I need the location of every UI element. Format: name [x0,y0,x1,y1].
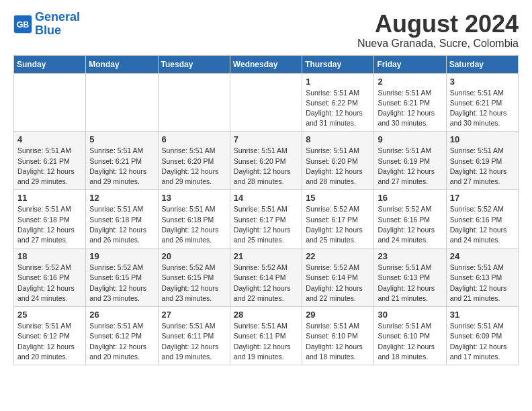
day-info: Sunrise: 5:51 AMSunset: 6:19 PMDaylight:… [450,146,515,187]
calendar-header: SundayMondayTuesdayWednesdayThursdayFrid… [14,55,519,73]
day-number: 28 [234,310,298,320]
calendar-cell: 15Sunrise: 5:52 AMSunset: 6:17 PMDayligh… [302,190,374,248]
calendar-cell: 23Sunrise: 5:51 AMSunset: 6:13 PMDayligh… [374,248,446,307]
calendar-week-row: 4Sunrise: 5:51 AMSunset: 6:21 PMDaylight… [14,132,519,190]
calendar-week-row: 25Sunrise: 5:51 AMSunset: 6:12 PMDayligh… [14,307,519,365]
calendar-week-row: 18Sunrise: 5:52 AMSunset: 6:16 PMDayligh… [14,248,519,307]
day-info: Sunrise: 5:51 AMSunset: 6:12 PMDaylight:… [89,321,154,362]
weekday-header-wednesday: Wednesday [230,55,302,73]
weekday-header-saturday: Saturday [446,55,518,73]
weekday-header-tuesday: Tuesday [158,55,230,73]
day-number: 15 [306,193,370,203]
weekday-header-row: SundayMondayTuesdayWednesdayThursdayFrid… [14,55,519,73]
logo: GB General Blue [13,11,80,38]
day-number: 24 [450,251,515,261]
day-info: Sunrise: 5:51 AMSunset: 6:11 PMDaylight:… [234,321,298,362]
day-info: Sunrise: 5:51 AMSunset: 6:21 PMDaylight:… [450,88,515,129]
weekday-header-sunday: Sunday [14,55,86,73]
day-number: 6 [162,134,226,144]
calendar-table: SundayMondayTuesdayWednesdayThursdayFrid… [13,55,519,365]
calendar-cell: 25Sunrise: 5:51 AMSunset: 6:12 PMDayligh… [14,307,86,365]
calendar-cell: 29Sunrise: 5:51 AMSunset: 6:10 PMDayligh… [302,307,374,365]
calendar-cell: 21Sunrise: 5:52 AMSunset: 6:14 PMDayligh… [230,248,302,307]
calendar-week-row: 1Sunrise: 5:51 AMSunset: 6:22 PMDaylight… [14,73,519,132]
calendar-cell: 3Sunrise: 5:51 AMSunset: 6:21 PMDaylight… [446,73,518,132]
day-number: 3 [450,77,515,87]
calendar-cell: 18Sunrise: 5:52 AMSunset: 6:16 PMDayligh… [14,248,86,307]
calendar-cell: 7Sunrise: 5:51 AMSunset: 6:20 PMDaylight… [230,132,302,190]
calendar-cell: 5Sunrise: 5:51 AMSunset: 6:21 PMDaylight… [86,132,158,190]
day-number: 14 [234,193,298,203]
day-info: Sunrise: 5:52 AMSunset: 6:16 PMDaylight:… [450,204,515,245]
page-header: GB General Blue August 2024 Nueva Granad… [13,11,519,50]
day-number: 16 [378,193,442,203]
day-number: 26 [89,310,154,320]
logo-general: General [35,10,80,24]
calendar-cell: 17Sunrise: 5:52 AMSunset: 6:16 PMDayligh… [446,190,518,248]
weekday-header-friday: Friday [374,55,446,73]
calendar-cell: 20Sunrise: 5:52 AMSunset: 6:15 PMDayligh… [158,248,230,307]
calendar-cell: 9Sunrise: 5:51 AMSunset: 6:19 PMDaylight… [374,132,446,190]
day-number: 23 [378,251,442,261]
day-number: 9 [378,134,442,144]
calendar-cell [86,73,158,132]
calendar-cell: 11Sunrise: 5:51 AMSunset: 6:18 PMDayligh… [14,190,86,248]
calendar-cell [14,73,86,132]
day-number: 7 [234,134,298,144]
calendar-cell: 10Sunrise: 5:51 AMSunset: 6:19 PMDayligh… [446,132,518,190]
day-info: Sunrise: 5:51 AMSunset: 6:18 PMDaylight:… [162,204,226,245]
calendar-cell [230,73,302,132]
calendar-cell: 30Sunrise: 5:51 AMSunset: 6:10 PMDayligh… [374,307,446,365]
calendar-cell: 26Sunrise: 5:51 AMSunset: 6:12 PMDayligh… [86,307,158,365]
day-info: Sunrise: 5:51 AMSunset: 6:18 PMDaylight:… [17,204,82,245]
day-number: 2 [378,77,442,87]
day-number: 5 [89,134,154,144]
calendar-body: 1Sunrise: 5:51 AMSunset: 6:22 PMDaylight… [14,73,519,365]
day-number: 13 [162,193,226,203]
calendar-cell: 6Sunrise: 5:51 AMSunset: 6:20 PMDaylight… [158,132,230,190]
day-info: Sunrise: 5:51 AMSunset: 6:20 PMDaylight:… [162,146,226,187]
day-number: 19 [89,251,154,261]
calendar-cell: 31Sunrise: 5:51 AMSunset: 6:09 PMDayligh… [446,307,518,365]
day-number: 8 [306,134,370,144]
day-number: 1 [306,77,370,87]
calendar-cell: 16Sunrise: 5:52 AMSunset: 6:16 PMDayligh… [374,190,446,248]
calendar-cell: 8Sunrise: 5:51 AMSunset: 6:20 PMDaylight… [302,132,374,190]
day-info: Sunrise: 5:51 AMSunset: 6:22 PMDaylight:… [306,88,370,129]
day-info: Sunrise: 5:51 AMSunset: 6:11 PMDaylight:… [162,321,226,362]
day-number: 22 [306,251,370,261]
calendar-cell: 2Sunrise: 5:51 AMSunset: 6:21 PMDaylight… [374,73,446,132]
day-number: 30 [378,310,442,320]
day-number: 4 [17,134,82,144]
day-number: 29 [306,310,370,320]
day-info: Sunrise: 5:51 AMSunset: 6:13 PMDaylight:… [450,263,515,304]
day-info: Sunrise: 5:52 AMSunset: 6:15 PMDaylight:… [162,263,226,304]
day-info: Sunrise: 5:52 AMSunset: 6:14 PMDaylight:… [234,263,298,304]
day-number: 27 [162,310,226,320]
calendar-cell: 28Sunrise: 5:51 AMSunset: 6:11 PMDayligh… [230,307,302,365]
calendar-week-row: 11Sunrise: 5:51 AMSunset: 6:18 PMDayligh… [14,190,519,248]
logo-blue: Blue [35,24,61,37]
day-info: Sunrise: 5:52 AMSunset: 6:17 PMDaylight:… [306,204,370,245]
day-info: Sunrise: 5:51 AMSunset: 6:10 PMDaylight:… [378,321,442,362]
day-number: 25 [17,310,82,320]
day-number: 31 [450,310,515,320]
logo-icon: GB [13,15,32,34]
day-number: 11 [17,193,82,203]
day-number: 17 [450,193,515,203]
day-info: Sunrise: 5:51 AMSunset: 6:09 PMDaylight:… [450,321,515,362]
day-info: Sunrise: 5:51 AMSunset: 6:10 PMDaylight:… [306,321,370,362]
weekday-header-monday: Monday [86,55,158,73]
calendar-title: August 2024 [357,11,519,38]
logo-text: General Blue [35,11,80,38]
calendar-subtitle: Nueva Granada, Sucre, Colombia [357,38,519,50]
day-info: Sunrise: 5:51 AMSunset: 6:19 PMDaylight:… [378,146,442,187]
day-info: Sunrise: 5:51 AMSunset: 6:12 PMDaylight:… [17,321,82,362]
svg-text:GB: GB [17,19,30,29]
calendar-cell [158,73,230,132]
day-info: Sunrise: 5:51 AMSunset: 6:18 PMDaylight:… [89,204,154,245]
day-number: 20 [162,251,226,261]
calendar-cell: 12Sunrise: 5:51 AMSunset: 6:18 PMDayligh… [86,190,158,248]
weekday-header-thursday: Thursday [302,55,374,73]
day-info: Sunrise: 5:52 AMSunset: 6:16 PMDaylight:… [17,263,82,304]
